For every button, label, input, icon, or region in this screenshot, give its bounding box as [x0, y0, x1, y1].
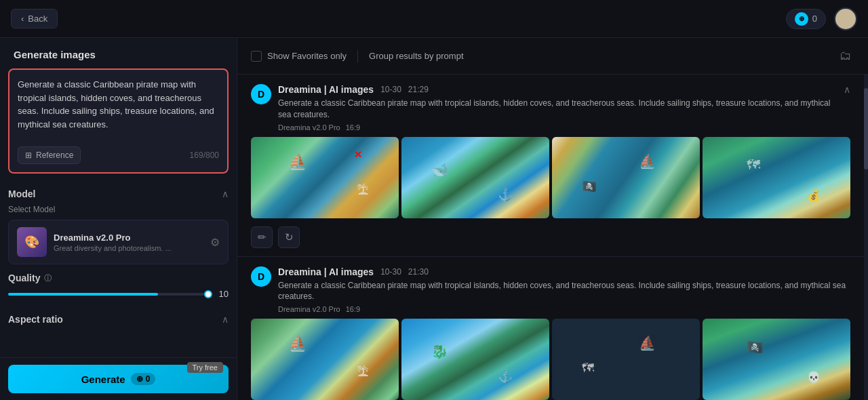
quality-slider-fill: [8, 293, 158, 296]
result-ratio-tag-2: 16:9: [346, 305, 360, 313]
image-cell-2-1[interactable]: ⛵ 🏝: [251, 319, 399, 400]
result-header-right-2: Dreamina | AI images 10-30 21:30 Generat…: [278, 266, 850, 314]
model-thumb-emoji: 🎨: [24, 235, 39, 249]
img-overlay-1-2: 🐋 ⚓: [401, 137, 549, 218]
result-ratio-tag-1: 16:9: [346, 123, 360, 132]
credits-circle-icon: ⊕: [136, 374, 143, 384]
quality-slider-track: [8, 293, 208, 296]
results-toolbar: Show Favorites only Group results by pro…: [237, 38, 868, 75]
right-scrollbar[interactable]: [864, 75, 868, 400]
show-favorites-label: Show Favorites only: [267, 51, 347, 61]
generate-credits-value: 0: [146, 374, 151, 384]
result-group-2-header: D Dreamina | AI images 10-30 21:30 Gener…: [237, 257, 864, 319]
generate-bar: Generate ⊕ 0 Try free: [0, 357, 237, 400]
image-grid-2: ⛵ 🏝 🐉 ⚓ ⛵: [237, 319, 864, 400]
aspect-ratio-section: Aspect ratio ∧: [8, 307, 229, 330]
image-cell-2-4[interactable]: 🏴‍☠️ 💀: [703, 319, 850, 400]
image-cell-1-2[interactable]: 🐋 ⚓: [401, 137, 549, 218]
model-desc: Great diversity and photorealism. ...: [54, 244, 203, 252]
quality-section: Quality ⓘ 10: [8, 273, 229, 299]
generate-label: Generate: [81, 374, 125, 385]
image-cell-1-4[interactable]: 🗺 💰: [703, 137, 850, 218]
toolbar-divider: [357, 50, 358, 62]
generate-credits-pill: ⊕ 0: [131, 373, 156, 385]
ai-icon-1: D: [251, 84, 271, 104]
img-overlay-2-1: ⛵ 🏝: [251, 319, 399, 400]
model-card[interactable]: 🎨 Dreamina v2.0 Pro Great diversity and …: [8, 220, 229, 264]
model-section: Model ∧ Select Model 🎨 Dreamina v2.0 Pro…: [8, 182, 229, 264]
credits-value: 0: [812, 14, 817, 24]
aspect-ratio-title: Aspect ratio: [8, 314, 63, 325]
result-tags-2: Dreamina v2.0 Pro 16:9: [278, 305, 850, 313]
back-arrow-icon: ‹: [21, 14, 24, 24]
img-overlay-2-2: 🐉 ⚓: [401, 319, 549, 400]
show-favorites-toggle[interactable]: Show Favorites only: [251, 51, 347, 62]
model-thumb: 🎨: [17, 227, 47, 257]
right-scrollbar-thumb[interactable]: [864, 88, 868, 169]
char-count: 169/800: [190, 151, 219, 160]
result-date-1: 10-30: [380, 85, 401, 94]
edit-button-1[interactable]: ✏: [251, 226, 273, 248]
model-section-title: Model: [8, 188, 35, 199]
img-overlay-1-3: ⛵ 🏴‍☠️: [552, 137, 700, 218]
image-cell-2-2[interactable]: 🐉 ⚓: [401, 319, 549, 400]
left-panel: Generate images Generate a classic Carib…: [0, 38, 237, 400]
folder-icon-button[interactable]: 🗂: [837, 46, 854, 66]
result-model-tag-2: Dreamina v2.0 Pro: [278, 305, 340, 313]
result-date-2: 10-30: [380, 267, 401, 277]
action-bar-1: ✏ ↻: [237, 226, 864, 256]
show-favorites-checkbox[interactable]: [251, 51, 262, 62]
main-layout: Generate images Generate a classic Carib…: [0, 38, 868, 400]
pencil-icon-1: ✏: [258, 231, 267, 243]
result-source-2: Dreamina | AI images: [278, 266, 374, 277]
group-results-label: Group results by prompt: [369, 51, 463, 61]
results-scroll-area[interactable]: D Dreamina | AI images 10-30 21:29 Gener…: [237, 75, 864, 400]
prompt-box: Generate a classic Caribbean pirate map …: [8, 68, 229, 174]
top-bar: ‹ Back ⊕ 0: [0, 0, 868, 38]
refresh-button-1[interactable]: ↻: [278, 226, 300, 248]
image-cell-1-1[interactable]: ⛵ 🏝 ✕: [251, 137, 399, 218]
back-label: Back: [28, 14, 47, 24]
prompt-textarea[interactable]: Generate a classic Caribbean pirate map …: [18, 78, 219, 139]
credits-badge: ⊕ 0: [786, 9, 826, 29]
group-results-toggle[interactable]: Group results by prompt: [369, 51, 463, 61]
try-free-badge: Try free: [187, 362, 224, 373]
refresh-icon-1: ↻: [285, 231, 294, 243]
left-panel-title: Generate images: [0, 38, 237, 68]
model-settings-icon[interactable]: ⚙: [210, 236, 220, 249]
quality-slider-thumb[interactable]: [204, 290, 212, 298]
model-section-header[interactable]: Model ∧: [8, 182, 229, 205]
quality-value: 10: [215, 289, 229, 299]
image-cell-2-3[interactable]: ⛵ 🗺: [552, 319, 700, 400]
model-name: Dreamina v2.0 Pro: [54, 233, 203, 243]
back-button[interactable]: ‹ Back: [11, 9, 58, 28]
aspect-ratio-header[interactable]: Aspect ratio ∧: [8, 307, 229, 330]
result-header-right-1: Dreamina | AI images 10-30 21:29 Generat…: [278, 84, 837, 132]
result-group-1: D Dreamina | AI images 10-30 21:29 Gener…: [237, 75, 864, 257]
result-prompt-1: Generate a classic Caribbean pirate map …: [278, 98, 837, 121]
right-panel: Show Favorites only Group results by pro…: [237, 38, 868, 400]
result-meta-2: Dreamina | AI images 10-30 21:30: [278, 266, 850, 277]
collapse-button-1[interactable]: ∧: [844, 84, 850, 95]
ai-icon-2: D: [251, 266, 271, 287]
result-tags-1: Dreamina v2.0 Pro 16:9: [278, 123, 837, 132]
reference-icon: ⊞: [25, 151, 32, 160]
top-right-area: ⊕ 0: [786, 7, 857, 31]
avatar[interactable]: [834, 7, 857, 31]
img-overlay-2-3: ⛵ 🗺: [552, 319, 700, 400]
aspect-chevron-up-icon: ∧: [222, 314, 229, 325]
img-overlay-1-4: 🗺 💰: [703, 137, 850, 218]
result-prompt-2: Generate a classic Caribbean pirate map …: [278, 280, 850, 303]
prompt-footer: ⊞ Reference 169/800: [18, 146, 219, 164]
model-info: Dreamina v2.0 Pro Great diversity and ph…: [54, 233, 203, 252]
credits-icon: ⊕: [795, 12, 808, 26]
quality-title: Quality: [8, 273, 40, 283]
reference-button[interactable]: ⊞ Reference: [18, 146, 81, 164]
image-grid-1: ⛵ 🏝 ✕ 🐋 ⚓: [237, 137, 864, 226]
left-panel-scroll[interactable]: Generate a classic Caribbean pirate map …: [0, 68, 237, 357]
result-group-2: D Dreamina | AI images 10-30 21:30 Gener…: [237, 257, 864, 400]
image-cell-1-3[interactable]: ⛵ 🏴‍☠️: [552, 137, 700, 218]
result-time-1: 21:29: [408, 85, 429, 94]
reference-label: Reference: [36, 151, 73, 160]
quality-info-icon[interactable]: ⓘ: [44, 273, 52, 283]
